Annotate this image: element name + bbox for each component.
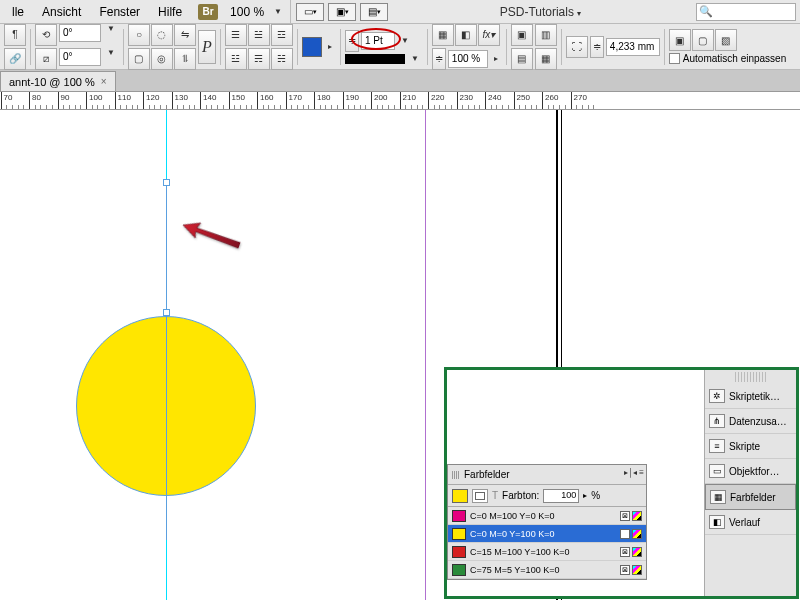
type-toggle-icon[interactable]: T [492,490,498,501]
circle-solid-icon[interactable]: ○ [128,24,150,46]
opacity-dropdown-icon[interactable]: ▸ [490,54,502,63]
fill-chip[interactable] [452,489,468,503]
selection-handle-mid[interactable] [163,309,170,316]
document-tab[interactable]: annt-10 @ 100 % × [0,71,116,91]
fx-btn-a[interactable]: ▦ [432,24,454,46]
shear-icon[interactable]: ⧄ [35,48,57,70]
angle1-field[interactable]: 0° [59,24,101,42]
fx-button[interactable]: fx▾ [478,24,500,46]
menu-window[interactable]: Fenster [91,3,148,21]
fill-swatch[interactable] [302,37,322,57]
swatch-row[interactable]: C=0 M=0 Y=100 K=0⊠ [448,525,646,543]
fit-2-icon[interactable]: ▤ [511,48,533,70]
swatch-row[interactable]: C=15 M=100 Y=100 K=0⊠ [448,543,646,561]
angle2-field[interactable]: 0° [59,48,101,66]
selection-handle-top[interactable] [163,179,170,186]
side-panel-item[interactable]: ⋔Datenzusa… [705,409,796,434]
side-panel-item[interactable]: ≡Skripte [705,434,796,459]
horizontal-ruler: 7080901001101201301401501601701801902002… [0,92,800,110]
swatch-row[interactable]: C=75 M=5 Y=100 K=0⊠ [448,561,646,579]
swatches-panel: Farbfelder ▸│◂ ≡ T Farbton: 100 ▸ % C=0 … [447,464,647,580]
menubar: lle Ansicht Fenster Hilfe Br 100 % ▼ ▭▾ … [0,0,800,24]
frame-3-icon[interactable]: ▧ [715,29,737,51]
arrange-icon[interactable]: ▤▾ [360,3,388,21]
swatches-tab[interactable]: Farbfelder ▸│◂ ≡ [448,465,646,485]
menu-help[interactable]: Hilfe [150,3,190,21]
tint-dropdown-icon[interactable]: ▸ [583,491,587,500]
stroke-style[interactable] [345,54,405,64]
fit-1-icon[interactable]: ▣ [511,24,533,46]
stroke-dropdown-icon[interactable]: ▼ [397,36,413,45]
side-item-label: Skriptetik… [729,391,780,402]
screen-mode-icon[interactable]: ▣▾ [328,3,356,21]
side-panel-grip-icon[interactable] [735,372,766,382]
zoom-dropdown-icon[interactable]: ▼ [270,7,286,16]
angle2-dropdown-icon[interactable]: ▼ [103,48,119,70]
zoom-level[interactable]: 100 % [226,5,268,19]
view-mode-icon[interactable]: ▭▾ [296,3,324,21]
bridge-badge[interactable]: Br [198,4,218,20]
stroke-weight-field[interactable]: 1 Pt [361,32,395,50]
autofit-label: Automatisch einpassen [683,53,786,64]
stroke-weight-stepper[interactable]: ≑ [345,30,359,52]
side-item-label: Farbfelder [730,492,776,503]
autofit-checkbox[interactable] [669,53,680,64]
side-panel-item[interactable]: ▭Objektfor… [705,459,796,484]
wrap-5-icon[interactable]: ☴ [248,48,270,70]
side-panel-item[interactable]: ✲Skriptetik… [705,384,796,409]
crop-icon[interactable]: ⛶ [566,36,588,58]
swatch-mode-icon [632,547,642,557]
swatch-row[interactable]: C=0 M=100 Y=0 K=0⊠ [448,507,646,525]
side-item-label: Datenzusa… [729,416,787,427]
close-tab-icon[interactable]: × [101,76,107,87]
opacity-stepper[interactable]: ≑ [432,48,446,70]
inset-screenshot: Farbfelder ▸│◂ ≡ T Farbton: 100 ▸ % C=0 … [444,367,799,599]
fill-dropdown-icon[interactable]: ▸ [324,42,336,51]
fx-btn-b[interactable]: ◧ [455,24,477,46]
p-icon[interactable]: P [198,30,216,64]
target-icon[interactable]: ◎ [151,48,173,70]
fit-3-icon[interactable]: ▥ [535,24,557,46]
side-item-icon: ✲ [709,389,725,403]
annotation-arrow-icon [177,214,244,264]
swatches-title: Farbfelder [464,469,510,480]
width-stepper[interactable]: ≑ [590,36,604,58]
canvas[interactable]: Farbfelder ▸│◂ ≡ T Farbton: 100 ▸ % C=0 … [0,110,800,600]
frame-2-icon[interactable]: ▢ [692,29,714,51]
workspace-dropdown[interactable]: PSD-Tutorials ▾ [500,5,582,19]
angle1-dropdown-icon[interactable]: ▼ [103,24,119,46]
tint-label: Farbton: [502,490,539,501]
wrap-3-icon[interactable]: ☲ [271,24,293,46]
side-item-icon: ⋔ [709,414,725,428]
swatch-mode-icon [632,511,642,521]
fit-4-icon[interactable]: ▦ [535,48,557,70]
side-panel-item[interactable]: ▦Farbfelder [705,484,796,510]
flip-h-icon[interactable]: ⇋ [174,24,196,46]
chain-icon[interactable]: 🔗 [4,48,26,70]
square-icon[interactable]: ▢ [128,48,150,70]
menu-file[interactable]: lle [4,3,32,21]
paragraph-icon[interactable]: ¶ [4,24,26,46]
swatch-type-icon: ⊠ [620,547,630,557]
panel-grip-icon [452,471,460,479]
stroke-style-dropdown-icon[interactable]: ▼ [407,54,423,63]
frame-1-icon[interactable]: ▣ [669,29,691,51]
opacity-field[interactable]: 100 % [448,50,488,68]
swatches-header: T Farbton: 100 ▸ % [448,485,646,507]
menu-view[interactable]: Ansicht [34,3,89,21]
panel-collapse-icon[interactable]: ▸│◂ ≡ [624,468,644,477]
wrap-4-icon[interactable]: ☳ [225,48,247,70]
document-tabbar: annt-10 @ 100 % × [0,70,800,92]
circle-dashed-icon[interactable]: ◌ [151,24,173,46]
side-panel: ✲Skriptetik…⋔Datenzusa…≡Skripte▭Objektfo… [704,370,796,596]
flip-v-icon[interactable]: ⥮ [174,48,196,70]
tint-field[interactable]: 100 [543,489,579,503]
wrap-6-icon[interactable]: ☵ [271,48,293,70]
side-panel-item[interactable]: ◧Verlauf [705,510,796,535]
wrap-1-icon[interactable]: ☰ [225,24,247,46]
wrap-2-icon[interactable]: ☱ [248,24,270,46]
rotate-icon[interactable]: ⟲ [35,24,57,46]
width-field[interactable]: 4,233 mm [606,38,660,56]
search-input[interactable]: 🔍 [696,3,796,21]
side-item-icon: ▦ [710,490,726,504]
